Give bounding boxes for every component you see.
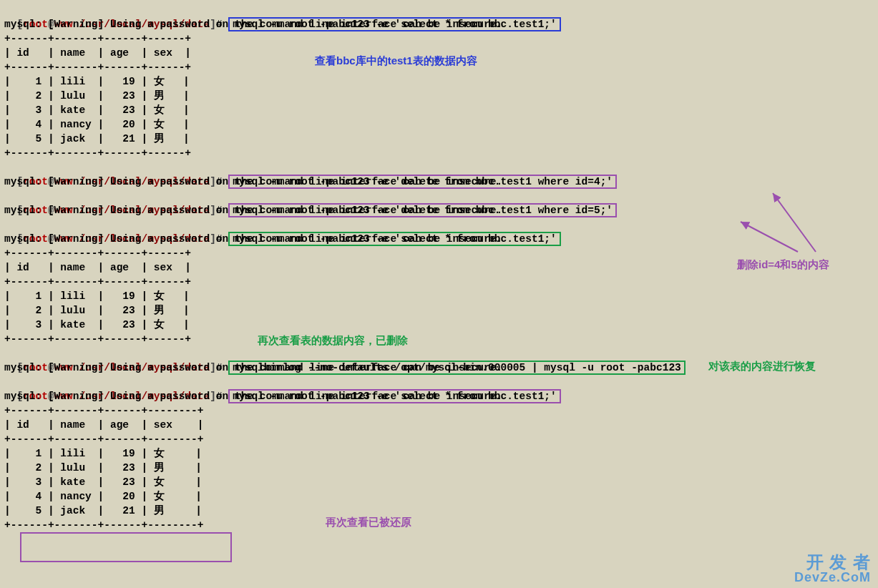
- table-row: | 2 | lulu | 23 | 男 |: [4, 303, 874, 318]
- prompt-line[interactable]: [root@www /usr/local/mysql/data]# mysql …: [4, 3, 874, 17]
- table-sep: +------+-------+------+------+: [4, 146, 874, 160]
- annotation-view-table: 查看bbc库中的test1表的数据内容: [315, 54, 477, 68]
- table-row: | 3 | kate | 23 | 女 |: [4, 103, 874, 117]
- table-row: | 1 | lili | 19 | 女 |: [4, 289, 874, 303]
- svg-line-1: [741, 222, 798, 252]
- table-row: | 2 | lulu | 23 | 男 |: [4, 461, 874, 475]
- table-sep: +------+-------+------+------+: [4, 31, 874, 46]
- table-row: | 1 | lili | 19 | 女 |: [4, 446, 874, 461]
- table-row: | 4 | nancy | 20 | 女 |: [4, 117, 874, 132]
- prompt-line[interactable]: [root@www /usr/local/mysql/data]# mysql …: [4, 375, 874, 389]
- arrow-icon: [730, 180, 844, 259]
- table-sep: +------+-------+------+--------+: [4, 432, 874, 446]
- warning-line: mysql: [Warning] Using a password on the…: [4, 17, 874, 31]
- watermark: 开 发 者 DevZe.CoM: [794, 554, 871, 584]
- table-row: | 3 | kate | 23 | 女 |: [4, 475, 874, 489]
- table-row: | 3 | kate | 23 | 女 |: [4, 318, 874, 332]
- annotation-delete-ids: 删除id=4和5的内容: [737, 258, 829, 272]
- table-sep: +------+-------+------+--------+: [4, 518, 874, 532]
- table-row: | 5 | jack | 21 | 男 |: [4, 504, 874, 518]
- table-sep: +------+-------+------+------+: [4, 275, 874, 289]
- table-row: | 2 | lulu | 23 | 男 |: [4, 89, 874, 103]
- annotation-restored: 再次查看已被还原: [326, 515, 411, 529]
- warning-line: mysql: [Warning] Using a password on the…: [4, 389, 874, 403]
- prompt-line[interactable]: [root@www /usr/local/mysql/data]# mysqlb…: [4, 346, 874, 361]
- annotation-restore: 对该表的内容进行恢复: [708, 359, 816, 373]
- table-row: | 4 | nancy | 20 | 女 |: [4, 489, 874, 504]
- table-row: | 5 | jack | 21 | 男 |: [4, 132, 874, 146]
- svg-line-0: [773, 193, 816, 252]
- table-row: | 1 | lili | 19 | 女 |: [4, 74, 874, 89]
- table-header: | id | name | age | sex |: [4, 418, 874, 432]
- table-sep: +------+-------+------+------+: [4, 332, 874, 346]
- prompt-line[interactable]: [root@www /usr/local/mysql/data]# mysql …: [4, 160, 874, 175]
- restored-rows-box: [20, 532, 232, 562]
- annotation-deleted: 再次查看表的数据内容，已删除: [258, 333, 408, 348]
- table-sep: +------+-------+------+--------+: [4, 403, 874, 418]
